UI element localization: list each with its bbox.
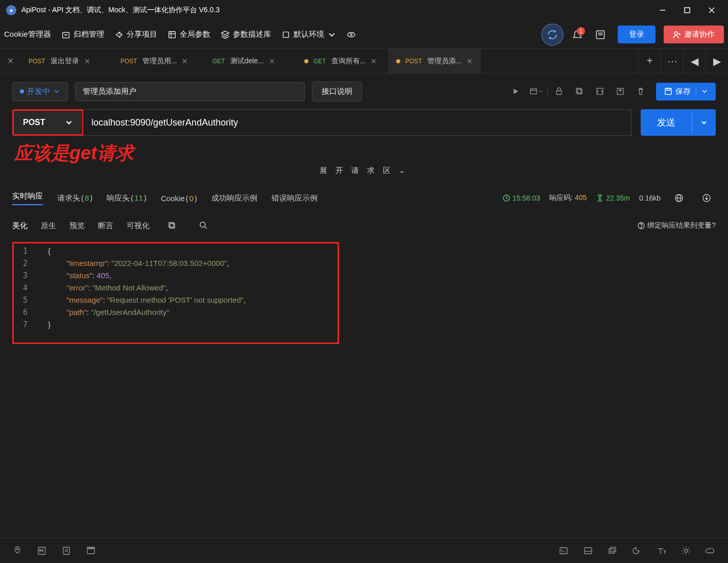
subtab-preview[interactable]: 预览 (69, 221, 85, 231)
send-label: 发送 (641, 109, 692, 136)
api-status-dropdown[interactable]: 开发中 (12, 82, 68, 101)
close-all-tabs-button[interactable]: ✕ (0, 49, 20, 73)
svg-rect-26 (667, 88, 670, 90)
svg-line-35 (205, 227, 207, 229)
notifications-button[interactable]: 1 (572, 29, 583, 40)
subtab-assert[interactable]: 断言 (98, 221, 113, 231)
save-dropdown[interactable] (696, 88, 708, 94)
login-button[interactable]: 登录 (618, 26, 656, 43)
close-window-button[interactable] (706, 4, 718, 16)
theme-icon[interactable] (632, 546, 642, 556)
archive-button[interactable]: 归档管理 (61, 30, 104, 39)
env-label: 默认环境 (294, 30, 324, 39)
env-dropdown[interactable]: 默认环境 (281, 30, 336, 39)
download-icon[interactable] (697, 189, 716, 207)
svg-rect-45 (560, 548, 567, 554)
api-description-button[interactable]: 接口说明 (312, 82, 362, 102)
font-size-icon[interactable] (657, 546, 667, 556)
dirty-dot-icon (396, 59, 400, 63)
close-tab-button[interactable]: ✕ (467, 57, 473, 65)
panel-icon[interactable] (583, 546, 593, 556)
tab-response-headers[interactable]: 响应头(11) (107, 193, 147, 203)
format-icon[interactable] (527, 82, 545, 101)
rocket-icon[interactable] (12, 546, 22, 556)
http-method-select[interactable]: POST (12, 109, 84, 136)
subtab-visualize[interactable]: 可视化 (127, 221, 150, 231)
maximize-button[interactable] (681, 4, 693, 16)
copy-icon[interactable] (570, 82, 589, 101)
tab-realtime-response[interactable]: 实时响应 (12, 191, 43, 205)
api-name-input[interactable] (75, 82, 305, 101)
expand-request-area[interactable]: 展 开 请 求 区 ⌄ (0, 164, 728, 184)
history-icon[interactable] (86, 546, 96, 556)
doc-icon[interactable] (61, 546, 71, 556)
svg-point-51 (685, 549, 688, 552)
svg-point-10 (350, 34, 352, 36)
sync-icon (547, 29, 558, 40)
more-tabs-button[interactable]: ⋯ (661, 50, 683, 72)
globe-icon[interactable] (670, 189, 688, 207)
search-response-icon[interactable] (195, 216, 213, 235)
tab-4[interactable]: POST管理员添...✕ (388, 49, 481, 73)
param-lib-button[interactable]: 参数描述库 (221, 30, 271, 39)
prev-tab-button[interactable]: ◀ (683, 50, 706, 72)
tab-0[interactable]: POST退出登录✕ (20, 49, 112, 73)
bind-variable-button[interactable]: 绑定响应结果到变量? (637, 221, 716, 230)
cloud-icon[interactable] (706, 546, 716, 556)
share-button[interactable]: 分享项目 (114, 30, 157, 39)
tab-method: POST (120, 58, 137, 65)
next-tab-button[interactable]: ▶ (706, 50, 728, 72)
delete-icon[interactable] (632, 82, 650, 101)
tab-label: 退出登录 (51, 57, 79, 66)
global-params-button[interactable]: 全局参数 (167, 30, 210, 39)
tab-cookie[interactable]: Cookie(0) (161, 194, 197, 203)
settings-icon[interactable] (681, 546, 691, 556)
tab-method: GET (212, 58, 225, 65)
response-body[interactable]: 1234567 { "timestamp": "2022-04-11T07:58… (12, 242, 716, 334)
close-tab-button[interactable]: ✕ (269, 57, 275, 65)
share-label: 分享项目 (127, 30, 157, 39)
svg-rect-43 (87, 548, 94, 554)
minimize-button[interactable] (657, 4, 669, 16)
tab-request-headers[interactable]: 请求头(8) (57, 193, 92, 203)
export-icon[interactable] (611, 82, 629, 101)
svg-rect-40 (63, 547, 69, 554)
lock-icon[interactable] (550, 82, 568, 101)
close-tab-button[interactable]: ✕ (84, 57, 90, 65)
send-dropdown[interactable] (692, 112, 716, 133)
svg-rect-5 (168, 31, 175, 38)
bottom-bar (0, 537, 728, 563)
close-tab-button[interactable]: ✕ (371, 57, 377, 65)
tab-3[interactable]: GET查询所有...✕ (296, 49, 388, 73)
subtab-beautify[interactable]: 美化 (12, 221, 28, 231)
run-icon[interactable] (506, 82, 525, 101)
note-button[interactable] (591, 26, 610, 44)
copy-response-icon[interactable] (163, 216, 181, 235)
svg-rect-50 (611, 547, 616, 552)
code-gen-icon[interactable] (591, 82, 609, 101)
svg-point-9 (348, 32, 355, 37)
new-tab-button[interactable]: + (638, 50, 661, 72)
tab-method: POST (29, 58, 45, 65)
tab-2[interactable]: GET测试dele...✕ (204, 49, 296, 73)
tab-1[interactable]: POST管理员用...✕ (112, 49, 204, 73)
cookie-manager-button[interactable]: Cookie管理器 (4, 30, 51, 39)
send-button[interactable]: 发送 (641, 109, 716, 136)
title-bar: ● ApiPost - API 文档、调试、Mock、测试一体化协作平台 V6.… (0, 0, 728, 20)
tab-error-example[interactable]: 错误响应示例 (272, 193, 318, 203)
tab-success-example[interactable]: 成功响应示例 (211, 193, 257, 203)
sync-button[interactable] (541, 23, 564, 46)
preview-toggle[interactable] (347, 30, 356, 39)
url-input[interactable] (83, 109, 632, 136)
save-button[interactable]: 保存 (656, 83, 716, 101)
subtab-raw[interactable]: 原生 (41, 221, 56, 231)
terminal-icon[interactable] (559, 546, 569, 556)
response-time: 15:58:03 (502, 194, 541, 202)
invite-label: 邀请协作 (684, 30, 715, 39)
close-tab-button[interactable]: ✕ (182, 57, 188, 65)
invite-button[interactable]: 邀请协作 (664, 26, 724, 43)
mock-icon[interactable] (37, 546, 47, 556)
windows-icon[interactable] (608, 546, 618, 556)
svg-point-14 (674, 32, 677, 35)
tab-label: 管理员用... (142, 57, 177, 66)
